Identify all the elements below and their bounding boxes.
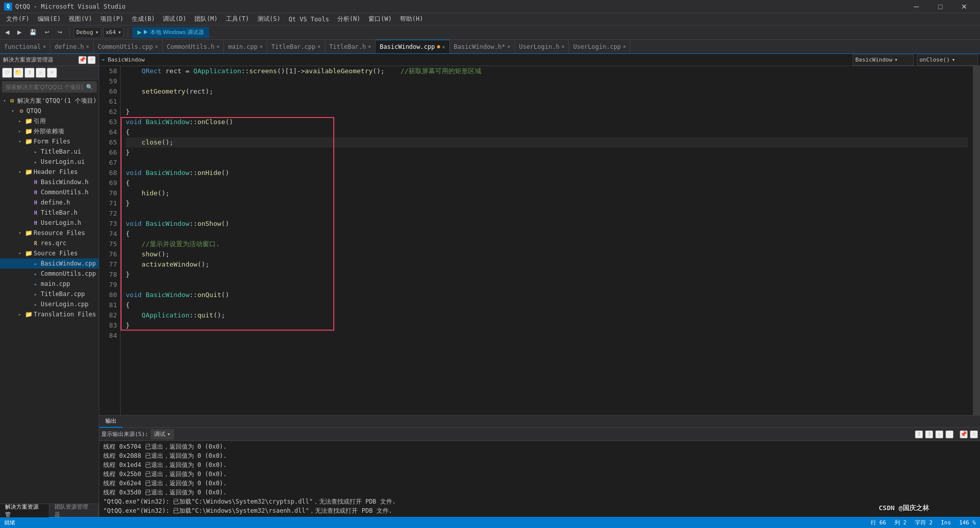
close-tab-basicwindow-cpp[interactable]: × xyxy=(442,44,445,50)
file-icon: ▸ xyxy=(32,148,40,156)
tree-form-files[interactable]: ▾ 📁 Form Files xyxy=(0,136,99,146)
tree-basicwindow-h[interactable]: ▸ H BasicWindow.h xyxy=(0,177,99,187)
code-line-82: QApplication::quit(); xyxy=(126,310,968,320)
code-editor[interactable]: 5859606162636465666768697071727374757677… xyxy=(99,66,980,415)
menu-window[interactable]: 窗口(W) xyxy=(364,13,396,25)
solution-toolbar-btn-5[interactable]: ▾ xyxy=(47,68,57,78)
output-toolbar-btn-3[interactable]: ≡ xyxy=(935,430,943,438)
code-content[interactable]: QRect rect = QApplication::screens()[1]-… xyxy=(121,66,973,415)
tree-res-qrc[interactable]: ▸ R res.qrc xyxy=(0,238,99,248)
tree-project-qtqq[interactable]: ▾ ⚙ QTQQ xyxy=(0,106,99,116)
line-number-58: 58 xyxy=(102,66,117,76)
toolbar-save[interactable]: 💾 xyxy=(26,27,40,38)
class-dropdown[interactable]: BasicWindow ▾ xyxy=(853,54,914,66)
output-line: "QtQQ.exe"(Win32): 已加载"C:\Windows\System… xyxy=(103,497,976,506)
toolbar-back[interactable]: ◀ xyxy=(2,27,12,38)
toolbar-redo[interactable]: ↪ xyxy=(54,27,65,38)
solution-search-input[interactable] xyxy=(6,84,84,90)
tab-userlogin-cpp[interactable]: UserLogin.cpp × xyxy=(569,40,630,53)
tab-functional[interactable]: functional × xyxy=(0,40,50,53)
maximize-button[interactable]: □ xyxy=(929,0,952,13)
close-tab-basicwindow-h[interactable]: × xyxy=(507,44,510,49)
close-tab-titlebar-cpp[interactable]: × xyxy=(318,44,321,49)
solution-toolbar-btn-1[interactable]: ⟳ xyxy=(2,68,12,78)
tree-main-cpp[interactable]: ▸ ▸ main.cpp xyxy=(0,279,99,289)
tab-commonutils-cpp[interactable]: CommonUtils.cpp × xyxy=(94,40,162,53)
line-number-67: 67 xyxy=(102,158,117,168)
platform-dropdown[interactable]: x64 ▾ xyxy=(103,27,124,38)
tree-header-files[interactable]: ▾ 📁 Header Files xyxy=(0,167,99,177)
tree-commonutils-cpp[interactable]: ▸ ▸ CommonUtils.cpp xyxy=(0,269,99,279)
menu-tools[interactable]: 工具(T) xyxy=(222,13,253,25)
close-tab-define-h[interactable]: × xyxy=(86,44,89,49)
method-dropdown[interactable]: onClose() ▾ xyxy=(917,54,978,66)
close-tab-commonutils-h[interactable]: × xyxy=(216,44,219,49)
tab-titlebar-h[interactable]: TitleBar.h × xyxy=(325,40,376,53)
tree-resource-files[interactable]: ▾ 📁 Resource Files xyxy=(0,228,99,238)
search-icon: 🔍 xyxy=(86,84,93,91)
tree-references[interactable]: ▸ 📁 引用 xyxy=(0,116,99,126)
close-button[interactable]: ✕ xyxy=(953,0,976,13)
output-close-button[interactable]: ✕ xyxy=(970,430,978,438)
tree-basicwindow-cpp[interactable]: ▸ ▸ BasicWindow.cpp xyxy=(0,258,99,269)
menu-qtvs[interactable]: Qt VS Tools xyxy=(284,13,333,25)
tab-commonutils-h[interactable]: CommonUtils.h × xyxy=(163,40,224,53)
tree-titlebar-h[interactable]: ▸ H TitleBar.h xyxy=(0,208,99,218)
output-toolbar-btn-2[interactable]: ⬇ xyxy=(925,430,933,438)
output-source-dropdown[interactable]: 调试 ▾ xyxy=(151,429,175,439)
menu-view[interactable]: 视图(V) xyxy=(65,13,96,25)
tab-basicwindow-cpp[interactable]: BasicWindow.cpp × xyxy=(376,40,449,53)
tab-titlebar-cpp[interactable]: TitleBar.cpp × xyxy=(267,40,325,53)
vertical-scrollbar[interactable] xyxy=(973,66,980,415)
menu-team[interactable]: 团队(M) xyxy=(190,13,222,25)
output-pin-button[interactable]: 📌 xyxy=(960,430,968,438)
tab-basicwindow-h[interactable]: BasicWindow.h* × xyxy=(450,40,515,53)
tree-userlogin-cpp[interactable]: ▸ ▸ UserLogin.cpp xyxy=(0,299,99,309)
code-line-75: //显示并设置为活动窗口. xyxy=(126,239,968,249)
tab-userlogin-h[interactable]: UserLogin.h × xyxy=(515,40,569,53)
solution-tab-team[interactable]: 团队资源管理器 xyxy=(49,504,99,517)
output-toolbar-btn-4[interactable]: ↓ xyxy=(945,430,954,438)
tab-define-h[interactable]: define.h × xyxy=(50,40,94,53)
tree-commonutils-h[interactable]: ▸ H CommonUtils.h xyxy=(0,187,99,197)
editor-nav-arrow-left: → xyxy=(101,56,105,63)
solution-tab-explorer[interactable]: 解决方案资源管 xyxy=(0,504,49,517)
tree-userlogin-ui[interactable]: ▸ ▸ UserLogin.ui xyxy=(0,157,99,167)
tree-userlogin-h[interactable]: ▸ H UserLogin.h xyxy=(0,218,99,228)
tab-main-cpp[interactable]: main.cpp × xyxy=(224,40,267,53)
solution-toolbar-btn-4[interactable]: ≡ xyxy=(36,68,46,78)
source-files-label: Source Files xyxy=(34,250,78,257)
tab-output[interactable]: 输出 xyxy=(99,416,123,428)
close-tab-commonutils-cpp[interactable]: × xyxy=(155,44,158,49)
output-toolbar-btn-1[interactable]: ⬆ xyxy=(915,430,923,438)
tree-titlebar-cpp[interactable]: ▸ ▸ TitleBar.cpp xyxy=(0,289,99,299)
menu-debug[interactable]: 调试(D) xyxy=(159,13,190,25)
tree-titlebar-ui[interactable]: ▸ ▸ TitleBar.ui xyxy=(0,146,99,157)
start-debug-button[interactable]: ▶ ▶ 本地 Windows 调试器 xyxy=(132,27,209,38)
menu-help[interactable]: 帮助(H) xyxy=(396,13,427,25)
panel-pin-button[interactable]: 📌 xyxy=(78,56,87,64)
tree-define-h[interactable]: ▸ H define.h xyxy=(0,197,99,208)
solution-toolbar-btn-2[interactable]: 📁 xyxy=(13,68,23,78)
menu-analyze[interactable]: 分析(N) xyxy=(333,13,365,25)
close-tab-main-cpp[interactable]: × xyxy=(260,44,263,49)
close-tab-userlogin-h[interactable]: × xyxy=(561,44,564,49)
tree-external-deps[interactable]: ▸ 📁 外部依赖项 xyxy=(0,126,99,136)
menu-edit[interactable]: 编辑(E) xyxy=(34,13,65,25)
config-dropdown[interactable]: Debug ▾ xyxy=(74,27,101,38)
menu-file[interactable]: 文件(F) xyxy=(2,13,34,25)
tree-translation-files[interactable]: ▸ 📁 Translation Files xyxy=(0,309,99,319)
tree-solution-root[interactable]: ▾ ⊞ 解决方案'QTQQ'(1 个项目) xyxy=(0,96,99,106)
close-tab-userlogin-cpp[interactable]: × xyxy=(623,44,626,49)
tree-source-files[interactable]: ▾ 📁 Source Files xyxy=(0,248,99,258)
close-tab-functional[interactable]: × xyxy=(43,44,46,49)
toolbar-undo[interactable]: ↩ xyxy=(42,27,52,38)
menu-test[interactable]: 测试(S) xyxy=(253,13,285,25)
menu-project[interactable]: 项目(P) xyxy=(96,13,128,25)
menu-build[interactable]: 生成(B) xyxy=(128,13,159,25)
solution-toolbar-btn-3[interactable]: ⬆ xyxy=(24,68,35,78)
close-tab-titlebar-h[interactable]: × xyxy=(368,44,371,49)
panel-close-button[interactable]: ✕ xyxy=(88,56,96,64)
toolbar-forward[interactable]: ▶ xyxy=(14,27,24,38)
minimize-button[interactable]: ─ xyxy=(905,0,928,13)
